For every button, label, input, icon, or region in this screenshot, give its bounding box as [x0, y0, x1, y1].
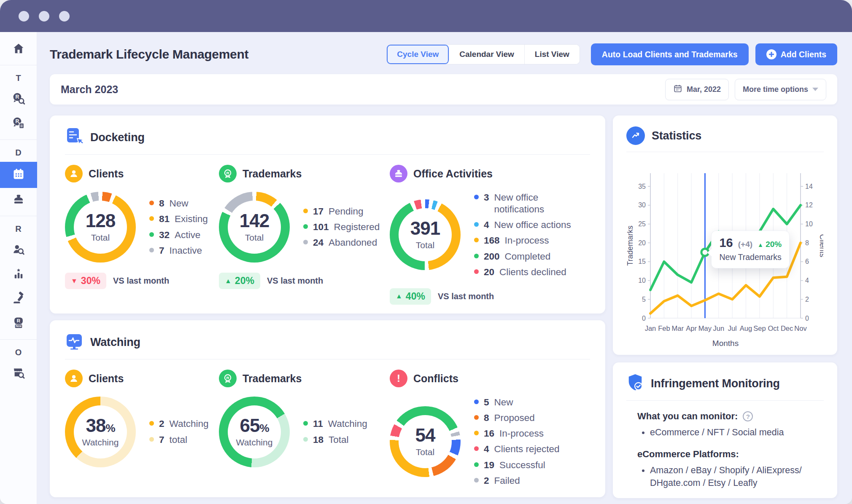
add-clients-button[interactable]: Add Clients: [755, 43, 837, 65]
trademarks-icon: R: [219, 370, 237, 387]
month-label: Dec: [781, 324, 793, 332]
chevron-down-icon: [812, 88, 818, 91]
legend-item: 3New office notifications: [474, 192, 590, 215]
ring-percent: 65%: [240, 416, 269, 435]
tick-label-left: 10: [638, 277, 646, 284]
legend-value: 8: [484, 412, 489, 424]
window-control-close[interactable]: [19, 11, 29, 21]
legend-dot: [149, 216, 154, 221]
sidebar-item-client-research[interactable]: [0, 238, 37, 263]
month-label: Jun: [713, 324, 725, 332]
legend-item: 8Proposed: [474, 412, 560, 424]
svg-text:R: R: [226, 375, 229, 380]
month-label: Aug: [740, 324, 752, 332]
watching-clients-metric: Clients 38% Watching 2Wa: [65, 370, 219, 487]
sidebar-item-trademark-search[interactable]: R: [0, 87, 37, 112]
legend-value: 81: [159, 213, 170, 225]
sidebar-item-office-stamp[interactable]: [0, 188, 37, 212]
y-axis-title-left: Trademarks: [627, 225, 634, 265]
donut-total: 391: [410, 219, 440, 238]
sidebar-item-home[interactable]: [0, 37, 37, 62]
office-activities-legend: 3New office notifications4New office act…: [474, 192, 590, 278]
tick-label-left: 15: [638, 258, 646, 265]
legend-label: Clients rejected: [494, 443, 560, 455]
help-icon[interactable]: ?: [743, 411, 753, 421]
platforms-list-item: Amazon / eBay / Shopify / AliExpress/ DH…: [650, 464, 824, 489]
trend-arrow-icon: ▲: [225, 277, 232, 285]
conflicts-donut-chart: 54 Total: [390, 406, 461, 477]
month-label: Nov: [794, 324, 807, 332]
person-search-icon: [12, 243, 25, 258]
legend-label: Total: [329, 434, 349, 446]
legend-dot: [303, 421, 308, 426]
sidebar: T R R: [0, 32, 37, 504]
docketing-icon: [65, 127, 84, 147]
statistics-chart-area: 0510152025303502468101214JanFebMarAprMay…: [627, 166, 823, 352]
sidebar-item-docketing-calendar[interactable]: [0, 162, 37, 188]
tab-list-view[interactable]: List View: [525, 45, 580, 64]
legend-dot: [474, 462, 479, 467]
window-control-minimize[interactable]: [39, 11, 49, 21]
monitor-list: eCommerce / NFT / Social media: [650, 426, 824, 439]
svg-text:R: R: [16, 318, 20, 323]
tick-label-right: 12: [805, 201, 813, 209]
statistics-title: Statistics: [652, 129, 701, 142]
legend-label: In-process: [499, 428, 544, 440]
legend-label: Watching: [328, 418, 367, 430]
month-label: Oct: [768, 324, 779, 332]
trend-arrow-icon: ▲: [396, 292, 402, 300]
sidebar-item-trademark-filing[interactable]: R: [0, 112, 37, 136]
legend-dot: [474, 238, 479, 242]
tab-calendar-view[interactable]: Calendar View: [449, 45, 525, 64]
legend-value: 7: [159, 434, 164, 446]
conflicts-legend: 5New8Proposed16In-process4Clients reject…: [474, 397, 560, 487]
r-new-badge-icon: R New: [12, 316, 25, 331]
legend-item: 32Active: [149, 229, 208, 241]
legend-item: 7Inactive: [149, 245, 208, 257]
tick-label-right: 14: [805, 183, 813, 190]
legend-value: 4: [484, 443, 489, 455]
sidebar-item-marketplace-search[interactable]: [0, 362, 37, 386]
metric-title: Clients: [89, 168, 124, 180]
donut-total-label: Total: [416, 447, 434, 457]
legend-value: 17: [313, 206, 324, 217]
window-control-zoom[interactable]: [59, 11, 70, 21]
legend-dot: [474, 269, 479, 274]
watching-conflicts-metric: ! Conflicts 54 Total: [390, 370, 590, 487]
auto-load-button[interactable]: Auto Load Clients and Trademarks: [591, 43, 749, 65]
platforms-list: Amazon / eBay / Shopify / AliExpress/ DH…: [650, 464, 824, 489]
legend-item: 7total: [149, 434, 208, 446]
tick-label-right: 10: [805, 220, 813, 228]
legend-item: 18Total: [303, 434, 367, 446]
ring-percent: 38%: [86, 416, 115, 435]
date-bar: March 2023 Mar, 2022: [50, 74, 837, 105]
platforms-section: eCommerce Platforms: Amazon / eBay / Sho…: [626, 449, 824, 489]
tick-label-left: 20: [638, 239, 646, 247]
sidebar-item-analytics[interactable]: [0, 263, 37, 287]
legend-value: 24: [313, 237, 324, 249]
docketing-office-activities-metric: Office Activities 391 Total: [390, 165, 590, 305]
legend-item: 2Watching: [149, 418, 208, 430]
trademarks-donut-chart: 142 Total: [219, 192, 290, 263]
svg-text:New: New: [16, 324, 22, 327]
legend-value: 3: [484, 192, 489, 204]
sidebar-item-legal-actions[interactable]: [0, 287, 37, 311]
legend-dot: [303, 224, 308, 229]
trend-value: 20%: [235, 275, 254, 287]
docketing-card-header: Docketing: [65, 127, 590, 155]
infringement-title: Infringement Monitoring: [651, 377, 780, 390]
current-month-title: March 2023: [61, 83, 665, 96]
main-content: Trademark Lifecycle Management Cycle Vie…: [37, 32, 852, 504]
trend-up-icon: ▲: [758, 241, 763, 248]
legend-dot: [474, 254, 479, 258]
tick-label-left: 30: [638, 201, 646, 209]
tab-cycle-view[interactable]: Cycle View: [387, 45, 449, 64]
tick-label-left: 5: [642, 296, 646, 303]
more-time-options-button[interactable]: More time options: [735, 79, 826, 100]
tick-label-left: 0: [642, 315, 646, 322]
trend-suffix: VS last month: [438, 292, 494, 301]
date-picker-value: Mar, 2022: [687, 85, 721, 94]
sidebar-item-new-trademarks[interactable]: R New: [0, 311, 37, 336]
date-picker-button[interactable]: Mar, 2022: [665, 79, 729, 100]
legend-item: 20Clients declined: [474, 266, 590, 278]
